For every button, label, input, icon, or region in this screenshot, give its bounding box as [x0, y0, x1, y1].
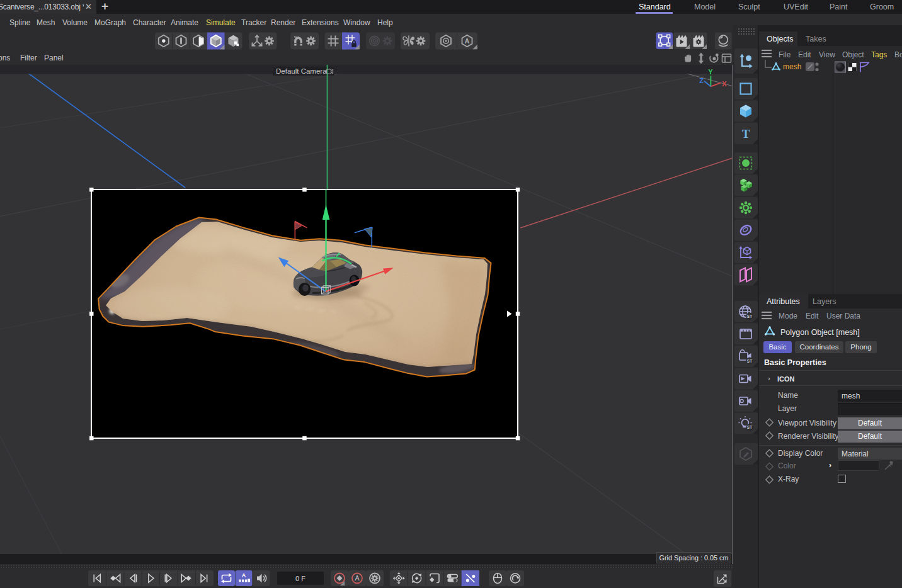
- svg-text:A: A: [355, 574, 359, 582]
- svg-text:T: T: [742, 127, 750, 140]
- svg-text:Default Camera: Default Camera: [276, 67, 327, 75]
- svg-text:A: A: [242, 572, 246, 579]
- svg-text:0 F: 0 F: [295, 575, 305, 582]
- svg-text:X: X: [722, 80, 727, 88]
- svg-text:A: A: [465, 37, 470, 45]
- svg-text:Y: Y: [708, 68, 713, 76]
- svg-text:mesh: mesh: [783, 62, 801, 71]
- svg-text:Z: Z: [699, 77, 704, 84]
